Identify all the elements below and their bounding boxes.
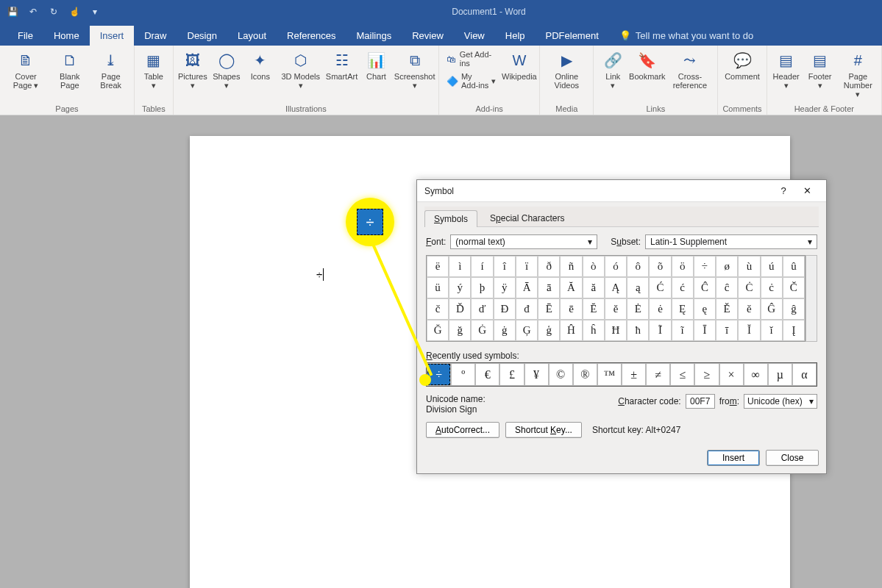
symbol-cell[interactable]: ī	[716, 320, 738, 341]
recent-symbol-cell[interactable]: ∞	[744, 363, 768, 386]
symbol-cell[interactable]: ÿ	[494, 277, 516, 298]
symbol-cell[interactable]: Ę	[672, 298, 694, 320]
symbol-cell[interactable]: ĩ	[672, 320, 694, 341]
tell-me[interactable]: 💡 Tell me what you want to do	[609, 26, 764, 46]
symbol-cell[interactable]: Ć	[649, 277, 671, 298]
header-button[interactable]: ▤Header▾	[772, 49, 801, 91]
tab-symbols[interactable]: Symbols	[424, 210, 477, 227]
symbol-cell[interactable]: ĥ	[583, 320, 605, 341]
help-button[interactable]: ?	[772, 185, 795, 196]
tab-home[interactable]: Home	[43, 26, 90, 46]
symbol-cell[interactable]: Ė	[627, 298, 649, 320]
symbol-cell[interactable]: ñ	[560, 256, 582, 277]
symbol-cell[interactable]: ą	[627, 277, 649, 298]
symbol-cell[interactable]: ě	[738, 298, 760, 320]
close-button[interactable]: Close	[766, 450, 819, 466]
cover-page-button[interactable]: 🗎Cover Page ▾	[4, 49, 47, 91]
shapes-button[interactable]: ◯Shapes▾	[212, 49, 241, 91]
symbol-cell[interactable]: ÷	[694, 256, 716, 277]
symbol-cell[interactable]: ĭ	[761, 320, 783, 341]
my-addins-button[interactable]: 🔷My Add-ins ▾	[444, 71, 499, 91]
symbol-cell[interactable]: Č	[783, 277, 805, 298]
symbol-cell[interactable]: û	[783, 256, 805, 277]
symbol-cell[interactable]: Ě	[716, 298, 738, 320]
touch-mode-icon[interactable]: ☝	[68, 7, 81, 17]
recent-symbol-cell[interactable]: ≥	[694, 363, 719, 386]
symbol-cell[interactable]: Ď	[449, 298, 471, 320]
symbol-cell[interactable]: õ	[649, 256, 671, 277]
symbol-cell[interactable]: ģ	[538, 320, 560, 341]
symbol-cell[interactable]: ë	[427, 256, 449, 277]
recent-symbol-cell[interactable]: ≤	[670, 363, 694, 386]
symbol-cell[interactable]: ù	[738, 256, 760, 277]
symbol-cell[interactable]: Đ	[494, 298, 516, 320]
page-break-button[interactable]: ⤓Page Break	[93, 49, 129, 91]
symbol-cell[interactable]: ă	[583, 277, 605, 298]
footer-button[interactable]: ▤Footer▾	[805, 49, 835, 91]
chart-button[interactable]: 📊Chart	[361, 49, 391, 82]
recent-symbol-cell[interactable]: ™	[597, 363, 622, 386]
recent-symbol-cell[interactable]: £	[499, 363, 524, 386]
screenshot-button[interactable]: ⧉Screenshot▾	[395, 49, 434, 91]
smartart-button[interactable]: ☷SmartArt	[327, 49, 358, 82]
insert-button[interactable]: Insert	[707, 450, 760, 466]
page-number-button[interactable]: #Page Number ▾	[839, 49, 877, 100]
tab-draw[interactable]: Draw	[134, 26, 177, 46]
tab-design[interactable]: Design	[177, 26, 227, 46]
symbol-cell[interactable]: Ĭ	[738, 320, 760, 341]
symbol-cell[interactable]: Ĕ	[583, 298, 605, 320]
shortcut-key-button[interactable]: Shortcut Key...	[505, 422, 582, 438]
get-addins-button[interactable]: 🛍Get Add-ins	[444, 49, 499, 69]
from-select[interactable]: Unicode (hex)▾	[744, 394, 817, 409]
recent-symbol-cell[interactable]: ®	[573, 363, 597, 386]
recent-symbol-cell[interactable]: ±	[622, 363, 646, 386]
link-button[interactable]: 🔗Link▾	[598, 49, 627, 91]
symbol-cell[interactable]: Ĥ	[560, 320, 582, 341]
symbol-cell[interactable]: Ċ	[738, 277, 760, 298]
symbol-cell[interactable]: ę	[694, 298, 716, 320]
symbol-cell[interactable]: ġ	[494, 320, 516, 341]
symbol-cell[interactable]: ā	[538, 277, 560, 298]
symbol-cell[interactable]: Ħ	[605, 320, 627, 341]
symbol-cell[interactable]: ğ	[449, 320, 471, 341]
symbol-cell[interactable]: ý	[449, 277, 471, 298]
symbol-cell[interactable]: ó	[605, 256, 627, 277]
pictures-button[interactable]: 🖼Pictures▾	[178, 49, 207, 91]
symbol-cell[interactable]: ð	[538, 256, 560, 277]
symbol-cell[interactable]: Ē	[538, 298, 560, 320]
symbol-cell[interactable]: Ĩ	[649, 320, 671, 341]
tab-layout[interactable]: Layout	[227, 26, 277, 46]
tab-pdfelement[interactable]: PDFelement	[536, 26, 609, 46]
symbol-cell[interactable]: Ī	[694, 320, 716, 341]
symbol-cell[interactable]: ö	[672, 256, 694, 277]
symbol-cell[interactable]: í	[471, 256, 493, 277]
charcode-input[interactable]: 00F7	[686, 394, 715, 409]
symbol-cell[interactable]: ò	[583, 256, 605, 277]
tab-help[interactable]: Help	[495, 26, 536, 46]
symbol-cell[interactable]: ď	[471, 298, 493, 320]
tab-special-characters[interactable]: Special Characters	[480, 209, 574, 226]
tab-view[interactable]: View	[454, 26, 495, 46]
icons-button[interactable]: ✦Icons	[246, 49, 275, 82]
recent-symbol-cell[interactable]: µ	[768, 363, 792, 386]
symbol-cell[interactable]: ĕ	[605, 298, 627, 320]
symbol-cell[interactable]: î	[494, 256, 516, 277]
save-icon[interactable]: 💾	[6, 7, 19, 17]
symbol-cell[interactable]: Ā	[516, 277, 538, 298]
symbol-cell[interactable]: Ĉ	[694, 277, 716, 298]
symbol-cell[interactable]: ė	[649, 298, 671, 320]
close-icon[interactable]: ✕	[795, 185, 819, 196]
symbol-cell[interactable]: č	[427, 298, 449, 320]
tab-review[interactable]: Review	[402, 26, 454, 46]
table-button[interactable]: ▦Table▾	[139, 49, 168, 91]
blank-page-button[interactable]: 🗋Blank Page	[51, 49, 88, 91]
symbol-cell[interactable]: ô	[627, 256, 649, 277]
symbol-cell[interactable]: ĉ	[716, 277, 738, 298]
symbol-cell[interactable]: Ğ	[427, 320, 449, 341]
recent-symbol-cell[interactable]: º	[451, 363, 475, 386]
bookmark-button[interactable]: 🔖Bookmark	[632, 49, 662, 82]
tab-mailings[interactable]: Mailings	[346, 26, 402, 46]
symbol-cell[interactable]: ħ	[627, 320, 649, 341]
recent-symbol-cell[interactable]: €	[475, 363, 499, 386]
recent-symbol-cell[interactable]: ≠	[646, 363, 670, 386]
